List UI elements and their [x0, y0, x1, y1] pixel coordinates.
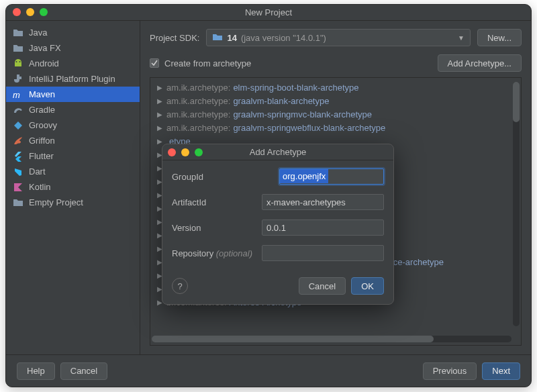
- chevron-down-icon: ▼: [458, 34, 465, 42]
- previous-label: Previous: [433, 366, 467, 376]
- project-type-sidebar: Java Java FX Android IntelliJ Platform P…: [6, 21, 140, 354]
- plugin-icon: [13, 74, 23, 85]
- version-input[interactable]: [262, 219, 384, 236]
- kotlin-icon: [13, 182, 23, 193]
- maven-icon: m: [13, 89, 23, 100]
- sidebar-item-gradle[interactable]: Gradle: [6, 102, 140, 117]
- dart-icon: [13, 166, 23, 177]
- checkbox-label: Create from archetype: [164, 58, 251, 68]
- sidebar-item-label: Java FX: [29, 43, 61, 53]
- flutter-icon: [13, 151, 23, 162]
- sidebar-item-java[interactable]: Java: [6, 25, 140, 40]
- help-icon: ?: [177, 281, 182, 291]
- folder-icon: [13, 28, 23, 38]
- zoom-icon[interactable]: [40, 8, 48, 16]
- cancel-label: Cancel: [309, 281, 336, 291]
- add-archetype-button[interactable]: Add Archetype...: [438, 54, 522, 72]
- archetype-node[interactable]: ▶am.ik.archetype:elm-spring-boot-blank-a…: [150, 81, 521, 94]
- window-controls: [13, 8, 48, 16]
- folder-icon: [13, 197, 23, 208]
- repository-label-text: Repository: [172, 248, 213, 258]
- archetype-node[interactable]: ▶am.ik.archetype:graalvm-springwebflux-b…: [150, 121, 521, 134]
- archetype-name: graalvm-springmvc-blank-archetype: [233, 109, 372, 119]
- repository-label: Repository (optional): [172, 248, 255, 258]
- sidebar-item-label: Groovy: [29, 120, 57, 130]
- ok-label: OK: [361, 281, 374, 291]
- repository-input[interactable]: [262, 245, 384, 261]
- sidebar-item-label: Maven: [29, 89, 55, 99]
- sidebar-item-javafx[interactable]: Java FX: [6, 40, 140, 56]
- groovy-icon: [13, 120, 23, 131]
- scrollbar-thumb[interactable]: [152, 336, 434, 342]
- zoom-icon[interactable]: [195, 148, 203, 156]
- archetype-name: graalvm-blank-archetype: [233, 96, 329, 106]
- expand-arrow-icon[interactable]: ▶: [157, 111, 164, 118]
- sidebar-item-empty[interactable]: Empty Project: [6, 195, 140, 210]
- minimize-icon[interactable]: [26, 8, 34, 16]
- sdk-version: 14: [227, 33, 236, 43]
- dialog-ok-button[interactable]: OK: [351, 277, 384, 295]
- expand-arrow-icon[interactable]: ▶: [157, 97, 164, 105]
- groupid-selected-text: org.openjfx: [280, 169, 328, 183]
- dialog-titlebar: Add Archetype: [162, 144, 393, 160]
- sidebar-item-label: IntelliJ Platform Plugin: [29, 74, 115, 84]
- close-icon[interactable]: [168, 148, 176, 156]
- project-sdk-combo[interactable]: 14 (java version "14.0.1") ▼: [206, 29, 470, 46]
- gradle-icon: [13, 105, 23, 115]
- next-label: Next: [492, 366, 510, 376]
- archetype-node[interactable]: ▶am.ik.archetype:graalvm-blank-archetype: [150, 94, 521, 107]
- sidebar-item-label: Dart: [29, 166, 46, 177]
- next-button[interactable]: Next: [482, 362, 520, 380]
- sidebar-item-groovy[interactable]: Groovy: [6, 117, 140, 133]
- sidebar-item-maven[interactable]: m Maven: [6, 87, 140, 102]
- expand-arrow-icon[interactable]: ▶: [157, 138, 164, 145]
- sidebar-item-label: Java: [29, 28, 47, 38]
- sidebar-item-griffon[interactable]: Griffon: [6, 133, 140, 148]
- help-button[interactable]: Help: [17, 362, 55, 380]
- sidebar-item-android[interactable]: Android: [6, 56, 140, 71]
- add-archetype-label: Add Archetype...: [448, 58, 511, 68]
- create-from-archetype-checkbox[interactable]: [150, 58, 159, 68]
- minimize-icon[interactable]: [181, 148, 189, 156]
- optional-label: (optional): [216, 248, 252, 258]
- new-button-label: New...: [487, 33, 511, 43]
- dialog-cancel-button[interactable]: Cancel: [299, 277, 346, 295]
- add-archetype-dialog: Add Archetype GroupId org.openjfx Artifa…: [162, 144, 394, 305]
- horizontal-scrollbar[interactable]: [152, 336, 511, 342]
- new-sdk-button[interactable]: New...: [477, 29, 522, 46]
- sidebar-item-kotlin[interactable]: Kotlin: [6, 179, 140, 195]
- sidebar-item-label: Flutter: [29, 151, 54, 161]
- archetype-name: graalvm-springwebflux-blank-archetype: [233, 123, 385, 133]
- archetype-prefix: am.ik.archetype:: [166, 96, 230, 106]
- cancel-button[interactable]: Cancel: [60, 362, 107, 380]
- expand-arrow-icon[interactable]: ▶: [157, 84, 164, 91]
- archetype-prefix: am.ik.archetype:: [166, 83, 230, 93]
- previous-button[interactable]: Previous: [423, 362, 477, 380]
- groupid-input[interactable]: org.openjfx: [279, 168, 384, 185]
- sidebar-item-intellij-plugin[interactable]: IntelliJ Platform Plugin: [6, 71, 140, 87]
- artifactid-label: ArtifactId: [172, 197, 255, 207]
- sidebar-item-label: Android: [29, 58, 59, 68]
- close-icon[interactable]: [13, 8, 21, 16]
- dialog-window-controls: [168, 148, 203, 156]
- svg-text:m: m: [13, 90, 20, 100]
- android-icon: [13, 58, 23, 69]
- sidebar-item-label: Griffon: [29, 136, 55, 146]
- cancel-label: Cancel: [70, 366, 97, 376]
- titlebar: New Project: [6, 5, 531, 21]
- expand-arrow-icon[interactable]: ▶: [157, 124, 164, 132]
- sidebar-item-flutter[interactable]: Flutter: [6, 148, 140, 164]
- dialog-help-button[interactable]: ?: [172, 278, 188, 294]
- archetype-node[interactable]: ▶am.ik.archetype:graalvm-springmvc-blank…: [150, 107, 521, 121]
- vertical-scrollbar[interactable]: [513, 82, 520, 326]
- help-label: Help: [27, 366, 45, 376]
- svg-point-0: [16, 61, 17, 62]
- archetype-prefix: am.ik.archetype:: [166, 109, 230, 119]
- jdk-icon: [212, 32, 223, 44]
- artifactid-input[interactable]: [262, 194, 384, 210]
- sidebar-item-dart[interactable]: Dart: [6, 164, 140, 179]
- sdk-label: Project SDK:: [150, 33, 199, 43]
- scrollbar-thumb[interactable]: [513, 82, 520, 122]
- svg-point-1: [19, 61, 21, 62]
- window-title: New Project: [6, 7, 531, 17]
